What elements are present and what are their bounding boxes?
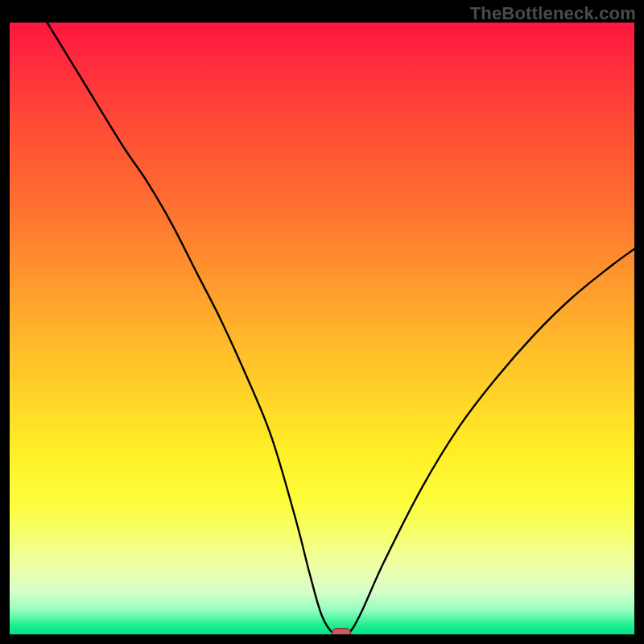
watermark-text: TheBottleneck.com [470,3,636,24]
bottleneck-marker [332,628,351,634]
bottleneck-curve [10,23,634,634]
chart-frame: TheBottleneck.com [0,0,644,644]
plot-area [10,23,634,634]
